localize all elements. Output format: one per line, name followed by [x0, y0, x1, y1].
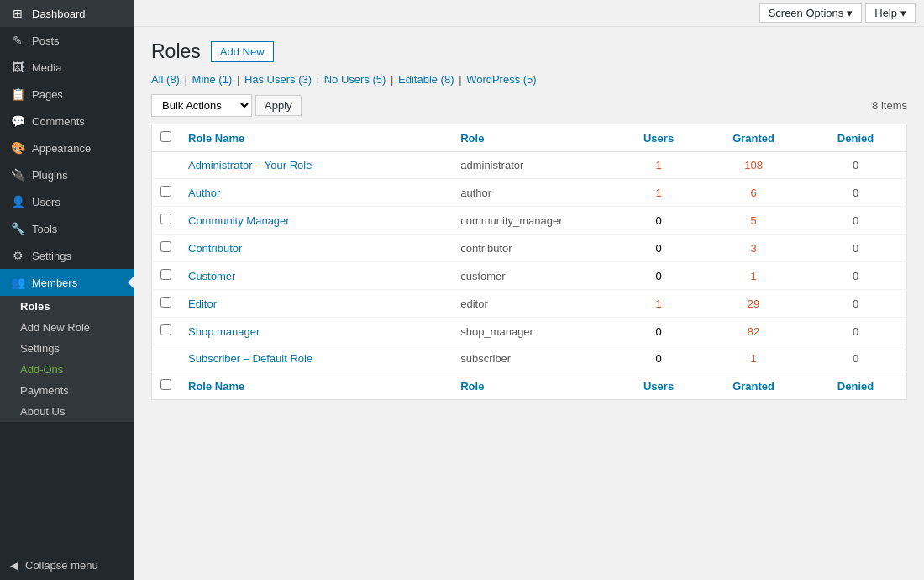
submenu-roles[interactable]: Roles — [0, 296, 134, 317]
sidebar-item-label: Comments — [32, 115, 85, 128]
screen-options-button[interactable]: Screen Options ▾ — [759, 3, 863, 23]
page-header: Roles Add New — [151, 40, 907, 63]
add-new-button[interactable]: Add New — [211, 41, 274, 62]
help-label: Help — [874, 7, 897, 19]
sidebar-item-plugins[interactable]: 🔌 Plugins — [0, 161, 134, 188]
sidebar-item-members[interactable]: 👥 Members — [0, 269, 134, 296]
row-role-slug: shop_manager — [452, 318, 615, 345]
select-all-footer[interactable] — [152, 372, 181, 400]
row-checkbox-cell[interactable] — [152, 345, 181, 372]
select-all-checkbox[interactable] — [160, 131, 171, 142]
users-count-link[interactable]: 1 — [655, 159, 661, 171]
users-count-link[interactable]: 1 — [655, 187, 661, 199]
row-checkbox-cell[interactable] — [152, 262, 181, 290]
row-denied: 0 — [805, 318, 906, 345]
filter-wordpress[interactable]: WordPress (5) — [466, 73, 537, 86]
sidebar-item-settings[interactable]: ⚙ Settings — [0, 242, 134, 269]
row-role-name: Author — [180, 179, 452, 207]
row-users: 0 — [615, 262, 702, 290]
row-granted: 5 — [702, 207, 805, 235]
filter-editable[interactable]: Editable (8) — [398, 73, 454, 86]
row-checkbox-cell[interactable] — [152, 152, 181, 179]
role-name-link[interactable]: Subscriber – Default Role — [188, 352, 312, 365]
row-granted: 3 — [702, 235, 805, 262]
bulk-actions-select[interactable]: Bulk Actions — [151, 94, 252, 117]
role-name-link[interactable]: Editor — [188, 298, 217, 310]
submenu-add-new-role[interactable]: Add New Role — [0, 317, 134, 338]
role-name-link[interactable]: Customer — [188, 270, 235, 282]
col-header-role-name[interactable]: Role Name — [180, 124, 452, 152]
col-header-denied[interactable]: Denied — [805, 124, 906, 152]
col-footer-granted[interactable]: Granted — [702, 372, 805, 400]
sidebar-item-comments[interactable]: 💬 Comments — [0, 108, 134, 134]
row-users[interactable]: 1 — [615, 179, 702, 207]
role-name-link[interactable]: Community Manager — [188, 214, 290, 227]
submenu-payments[interactable]: Payments — [0, 380, 134, 401]
filter-all[interactable]: All (8) — [151, 73, 180, 86]
row-checkbox[interactable] — [160, 214, 171, 224]
filter-no-users[interactable]: No Users (5) — [324, 73, 386, 86]
select-all-header[interactable] — [152, 124, 181, 152]
row-role-slug: customer — [452, 262, 615, 290]
role-name-link[interactable]: Administrator – Your Role — [188, 159, 312, 171]
sidebar-item-tools[interactable]: 🔧 Tools — [0, 215, 134, 242]
submenu-about-us[interactable]: About Us — [0, 401, 134, 422]
row-denied: 0 — [805, 207, 906, 235]
row-role-name: Community Manager — [180, 207, 452, 235]
row-checkbox-cell[interactable] — [152, 207, 181, 235]
submenu-settings[interactable]: Settings — [0, 338, 134, 359]
row-checkbox[interactable] — [160, 186, 171, 197]
role-name-link[interactable]: Contributor — [188, 242, 242, 255]
filter-has-users[interactable]: Has Users (3) — [244, 73, 312, 86]
col-footer-role[interactable]: Role — [452, 372, 615, 400]
row-checkbox[interactable] — [160, 269, 171, 280]
row-checkbox[interactable] — [160, 324, 171, 335]
col-footer-denied[interactable]: Denied — [805, 372, 906, 400]
row-granted: 108 — [702, 152, 805, 179]
apply-button[interactable]: Apply — [255, 95, 302, 116]
row-users[interactable]: 1 — [615, 152, 702, 179]
col-header-users[interactable]: Users — [615, 124, 702, 152]
help-button[interactable]: Help ▾ — [865, 3, 916, 23]
col-header-role[interactable]: Role — [452, 124, 615, 152]
row-checkbox[interactable] — [160, 241, 171, 252]
filter-mine[interactable]: Mine (1) — [192, 73, 233, 86]
screen-options-chevron-icon: ▾ — [847, 7, 853, 19]
row-checkbox[interactable] — [160, 297, 171, 308]
sidebar-item-appearance[interactable]: 🎨 Appearance — [0, 134, 134, 161]
users-icon: 👤 — [10, 195, 25, 208]
sidebar-item-media[interactable]: 🖼 Media — [0, 54, 134, 81]
row-checkbox-cell[interactable] — [152, 235, 181, 262]
row-users: 0 — [615, 235, 702, 262]
row-checkbox-cell[interactable] — [152, 290, 181, 318]
members-submenu: Roles Add New Role Settings Add-Ons Paym… — [0, 296, 134, 422]
role-name-link[interactable]: Shop manager — [188, 325, 260, 338]
submenu-add-ons[interactable]: Add-Ons — [0, 359, 134, 380]
row-users[interactable]: 1 — [615, 290, 702, 318]
sidebar-item-users[interactable]: 👤 Users — [0, 188, 134, 215]
plugins-icon: 🔌 — [10, 168, 25, 182]
col-footer-role-name[interactable]: Role Name — [180, 372, 452, 400]
sidebar: ⊞ Dashboard ✎ Posts 🖼 Media 📋 Pages 💬 Co… — [0, 0, 134, 580]
collapse-icon: ◀ — [10, 559, 18, 572]
row-role-name: Subscriber – Default Role — [180, 345, 452, 372]
sidebar-item-pages[interactable]: 📋 Pages — [0, 81, 134, 108]
role-name-link[interactable]: Author — [188, 187, 220, 199]
sidebar-item-posts[interactable]: ✎ Posts — [0, 27, 134, 54]
col-footer-users[interactable]: Users — [615, 372, 702, 400]
toolbar-left: Bulk Actions Apply — [151, 94, 302, 117]
table-footer-row: Role Name Role Users Granted Denied — [152, 372, 907, 400]
row-checkbox-cell[interactable] — [152, 318, 181, 345]
main-content: Screen Options ▾ Help ▾ Roles Add New Al… — [134, 0, 924, 580]
table-toolbar: Bulk Actions Apply 8 items — [151, 94, 907, 117]
row-checkbox-cell[interactable] — [152, 179, 181, 207]
collapse-menu-button[interactable]: ◀ Collapse menu — [0, 551, 134, 580]
content-area: Roles Add New All (8) | Mine (1) | Has U… — [134, 27, 924, 580]
select-all-footer-checkbox[interactable] — [160, 379, 171, 390]
col-header-granted[interactable]: Granted — [702, 124, 805, 152]
row-denied: 0 — [805, 179, 906, 207]
sidebar-item-dashboard[interactable]: ⊞ Dashboard — [0, 0, 134, 27]
row-role-slug: contributor — [452, 235, 615, 262]
page-title: Roles — [151, 40, 201, 63]
users-count-link[interactable]: 1 — [655, 298, 661, 310]
